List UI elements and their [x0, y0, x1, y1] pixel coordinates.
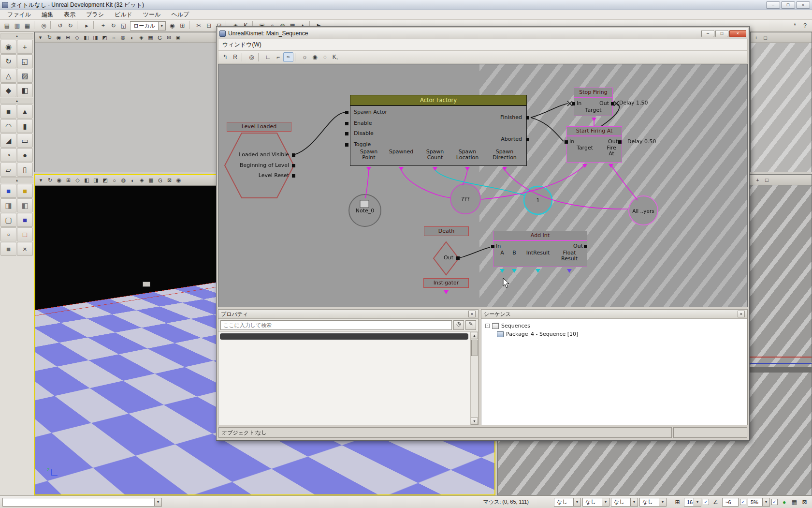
minimize-button[interactable]: – [766, 1, 780, 9]
light-complexity-icon[interactable]: ○ [109, 33, 118, 42]
detail-lighting-icon[interactable]: ◩ [100, 33, 109, 42]
node-actor-factory-title[interactable]: Actor Factory [350, 95, 527, 105]
viewport-options-icon[interactable]: ▾ [36, 176, 45, 185]
angled-link-icon[interactable]: ⌐ [273, 52, 283, 62]
selection-combo-2[interactable]: なし▾ [582, 498, 609, 507]
joystick-icon[interactable]: + [752, 33, 761, 42]
selection-combo-1[interactable]: なし▾ [554, 498, 581, 507]
open-icon[interactable]: ▥ [12, 21, 22, 30]
add-volume-icon[interactable]: ■ [17, 213, 33, 227]
open-class-icon[interactable]: K, [330, 52, 340, 62]
viewport-top-right-body[interactable] [751, 43, 812, 172]
static-mesh-mode-icon[interactable]: ◧ [17, 83, 33, 97]
kismet-title-bar[interactable]: UnrealKismet: Main_Sequence – □ × [218, 28, 748, 39]
curved-link-icon[interactable]: ≈ [283, 52, 293, 62]
linear-stair-icon[interactable]: ◢ [0, 134, 16, 148]
perspective-icon[interactable]: ◈ [137, 176, 146, 185]
properties-scrollbar[interactable]: ▲ ▼ [470, 332, 478, 425]
copy-icon[interactable]: ⊟ [204, 21, 214, 30]
search-actors-icon[interactable]: ◉ [167, 21, 177, 30]
node-stop-firing-title[interactable]: Stop Firing [574, 88, 613, 97]
cube-builder-icon[interactable]: ■ [0, 105, 16, 119]
lit-icon[interactable]: ◨ [91, 33, 100, 42]
properties-panel-header[interactable]: プロパティ × [218, 310, 478, 319]
viewport-top-right[interactable]: +□ [750, 32, 812, 172]
new-map-icon[interactable]: ▤ [2, 21, 12, 30]
camera-icon[interactable]: ◉ [55, 176, 64, 185]
curved-stair-icon[interactable]: ◠ [0, 119, 16, 133]
close-icon[interactable]: × [468, 311, 476, 317]
autosave-icon[interactable]: ● [779, 497, 789, 507]
rotate-mode-icon[interactable]: ↻ [0, 54, 16, 68]
tree-expander-icon[interactable]: - [485, 324, 490, 328]
zoom-to-fit-icon[interactable]: ◉ [310, 52, 320, 62]
selection-combo-4[interactable]: なし▾ [639, 498, 667, 507]
selection-combo-3[interactable]: なし▾ [611, 498, 638, 507]
translate-mode-icon[interactable]: + [17, 40, 33, 54]
level-loaded-output-pin[interactable] [292, 153, 295, 157]
camera-speed-icon[interactable]: ◉ [174, 33, 183, 42]
start-firing-at-out-pin[interactable] [618, 140, 622, 144]
texture-density-icon[interactable]: ◍ [119, 176, 128, 185]
level-loaded-output-pin[interactable] [292, 174, 295, 178]
unlit-icon[interactable]: ◧ [82, 33, 91, 42]
scale-icon[interactable]: ◱ [118, 21, 129, 30]
kismet-minimize-button[interactable]: – [701, 30, 714, 37]
menu-brush[interactable]: ブラシ [81, 10, 109, 20]
actor-factory-input-pin[interactable] [345, 143, 348, 147]
close-button[interactable]: × [796, 1, 810, 9]
actor-factory-input-pin[interactable] [345, 122, 348, 125]
edit-filter-icon[interactable]: ✎ [465, 320, 476, 330]
menu-edit[interactable]: 編集 [36, 10, 58, 20]
volumetric-builder-icon[interactable]: ▱ [0, 163, 16, 177]
actor-factory-input-pin[interactable] [345, 132, 348, 135]
shader-complexity-icon[interactable]: ◐ [128, 176, 137, 185]
properties-body[interactable]: ▲ ▼ [218, 332, 478, 425]
geometry-mode-icon[interactable]: ◆ [0, 83, 16, 97]
tree-item-sequence[interactable]: Package_4 - Sequence [10] [497, 330, 747, 338]
lit-icon[interactable]: ◨ [91, 176, 101, 185]
lock-viewport-icon[interactable]: ⊠ [164, 33, 174, 42]
scale-mode-icon[interactable]: ◱ [17, 54, 33, 68]
menu-file[interactable]: ファイル [2, 10, 36, 20]
death-instigator-label[interactable]: Instigator [423, 278, 469, 288]
realtime-icon[interactable]: ↻ [45, 176, 55, 185]
angle-snap-value[interactable]: ~6 [722, 498, 739, 507]
save-icon[interactable]: ▦ [22, 21, 32, 30]
stop-firing-out-pin[interactable] [611, 102, 614, 105]
select-brush-icon[interactable]: ▫ [0, 227, 16, 241]
maximize-viewport-icon[interactable]: □ [762, 176, 771, 184]
add-int-out-pin[interactable] [584, 245, 587, 248]
cut-icon[interactable]: ✂ [194, 21, 204, 30]
texture-density-icon[interactable]: ◍ [118, 33, 128, 42]
kismet-canvas[interactable]: Level Loaded Loaded and Visible Beginnin… [218, 64, 748, 307]
grid-snap-checkbox[interactable]: ✓ [703, 499, 709, 505]
light-complexity-icon[interactable]: ○ [110, 176, 119, 185]
brush-wire-icon[interactable]: ⊞ [63, 33, 72, 42]
divider-arrow-icon[interactable]: ▴ [0, 98, 33, 104]
stop-firing-in-pin[interactable] [572, 102, 575, 105]
actor-factory-input-pin[interactable] [345, 111, 348, 114]
node-level-loaded-title[interactable]: Level Loaded [227, 122, 291, 132]
camera-icon[interactable]: ◉ [54, 33, 63, 42]
tools-icon[interactable]: * [790, 21, 800, 30]
csg-add-icon[interactable]: ■ [0, 184, 16, 198]
realtime-icon[interactable]: ↻ [45, 33, 54, 42]
top-view-icon[interactable]: ▦ [146, 33, 155, 42]
redo-icon[interactable]: ↻ [65, 21, 75, 30]
top-view-icon[interactable]: ▦ [146, 176, 156, 185]
rename-sequence-icon[interactable]: R [230, 52, 240, 62]
menu-build[interactable]: ビルド [109, 10, 138, 20]
scrollbar-thumb[interactable] [471, 340, 478, 356]
actor-factory-output-pin[interactable] [526, 116, 529, 120]
menu-help[interactable]: ヘルプ [166, 10, 194, 20]
scroll-up-icon[interactable]: ▲ [471, 332, 478, 339]
undo-icon[interactable]: ↺ [55, 21, 65, 30]
actor-factory-output-pin[interactable] [526, 138, 529, 141]
csg-deintersect-icon[interactable]: ◧ [17, 198, 33, 212]
note-actor[interactable] [143, 282, 150, 287]
terrain-edit-icon[interactable]: △ [0, 69, 16, 83]
lock-viewport-icon[interactable]: ⊠ [165, 176, 174, 185]
delete-brush-icon[interactable]: × [17, 242, 33, 256]
sphere-builder-icon[interactable]: ● [17, 148, 33, 162]
